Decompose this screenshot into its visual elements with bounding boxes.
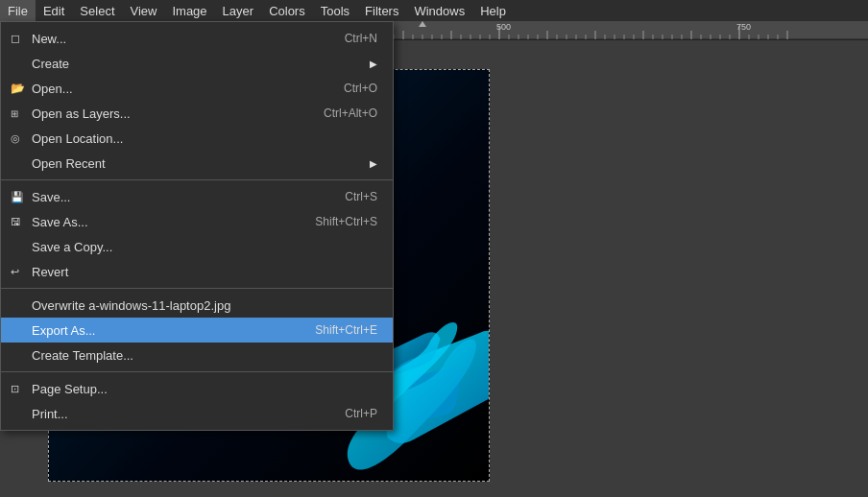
- open-as-layers-shortcut: Ctrl+Alt+O: [285, 106, 377, 120]
- new-shortcut: Ctrl+N: [306, 32, 377, 45]
- menu-item-create[interactable]: Create ▶: [1, 51, 393, 76]
- print-shortcut: Ctrl+P: [306, 407, 377, 420]
- save-shortcut: Ctrl+S: [306, 190, 377, 203]
- create-label: Create: [32, 57, 69, 71]
- open-shortcut: Ctrl+O: [305, 82, 377, 95]
- menu-file[interactable]: File: [0, 0, 36, 21]
- open-as-layers-label: Open as Layers...: [32, 106, 131, 121]
- svg-text:500: 500: [496, 22, 511, 32]
- menu-item-print[interactable]: Print... Ctrl+P: [1, 401, 393, 426]
- menu-item-new[interactable]: ◻ New... Ctrl+N: [1, 26, 393, 51]
- open-label: Open...: [32, 82, 73, 96]
- revert-icon: ↩: [11, 266, 19, 278]
- menu-select[interactable]: Select: [72, 0, 122, 21]
- menu-tools[interactable]: Tools: [313, 0, 357, 21]
- menu-view[interactable]: View: [123, 0, 165, 21]
- location-icon: ◎: [11, 132, 20, 145]
- pagesetup-icon: ⊡: [11, 383, 19, 395]
- create-template-label: Create Template...: [32, 348, 133, 363]
- saveas-icon: 🖫: [11, 216, 21, 227]
- menu-item-save[interactable]: 💾 Save... Ctrl+S: [1, 184, 393, 209]
- layers-icon: ⊞: [11, 108, 18, 119]
- menu-item-save-as[interactable]: 🖫 Save As... Shift+Ctrl+S: [1, 209, 393, 234]
- open-icon: 📂: [11, 82, 25, 95]
- menu-item-open-location[interactable]: ◎ Open Location...: [1, 126, 393, 151]
- save-icon: 💾: [11, 191, 24, 203]
- menubar: File Edit Select View Image Layer Colors…: [0, 0, 868, 21]
- menu-item-create-template[interactable]: Create Template...: [1, 343, 393, 367]
- menu-help[interactable]: Help: [472, 0, 514, 21]
- menu-item-open-recent[interactable]: Open Recent ▶: [1, 151, 393, 176]
- open-recent-arrow: ▶: [370, 158, 377, 169]
- separator-1: [1, 179, 393, 180]
- overwrite-label: Overwrite a-windows-11-laptop2.jpg: [32, 298, 230, 313]
- menu-filters[interactable]: Filters: [357, 0, 406, 21]
- menu-edit[interactable]: Edit: [36, 0, 72, 21]
- export-as-label: Export As...: [32, 323, 95, 338]
- file-dropdown: ◻ New... Ctrl+N Create ▶ 📂 Open... Ctrl+…: [0, 21, 394, 431]
- separator-3: [1, 371, 393, 372]
- open-recent-label: Open Recent: [32, 156, 106, 171]
- new-icon: ◻: [11, 32, 20, 45]
- revert-label: Revert: [32, 265, 68, 279]
- save-as-label: Save As...: [32, 215, 88, 229]
- separator-2: [1, 288, 393, 289]
- menu-item-open-as-layers[interactable]: ⊞ Open as Layers... Ctrl+Alt+O: [1, 101, 393, 126]
- menu-item-export-as[interactable]: Export As... Shift+Ctrl+E: [1, 318, 393, 343]
- page-setup-label: Page Setup...: [32, 382, 108, 396]
- print-label: Print...: [32, 407, 68, 421]
- menu-layer[interactable]: Layer: [215, 0, 262, 21]
- save-as-shortcut: Shift+Ctrl+S: [277, 215, 377, 228]
- menu-item-page-setup[interactable]: ⊡ Page Setup...: [1, 376, 393, 401]
- create-arrow: ▶: [370, 59, 377, 69]
- svg-text:750: 750: [736, 22, 751, 32]
- open-location-label: Open Location...: [32, 131, 123, 146]
- menu-item-revert[interactable]: ↩ Revert: [1, 259, 393, 284]
- menu-windows[interactable]: Windows: [406, 0, 472, 21]
- menu-item-open[interactable]: 📂 Open... Ctrl+O: [1, 76, 393, 101]
- save-label: Save...: [32, 190, 70, 204]
- menu-colors[interactable]: Colors: [261, 0, 313, 21]
- save-copy-label: Save a Copy...: [32, 240, 112, 254]
- menu-image[interactable]: Image: [164, 0, 214, 21]
- new-label: New...: [32, 32, 66, 46]
- export-as-shortcut: Shift+Ctrl+E: [277, 323, 377, 337]
- menu-item-overwrite[interactable]: Overwrite a-windows-11-laptop2.jpg: [1, 293, 393, 318]
- menu-item-save-copy[interactable]: Save a Copy...: [1, 234, 393, 259]
